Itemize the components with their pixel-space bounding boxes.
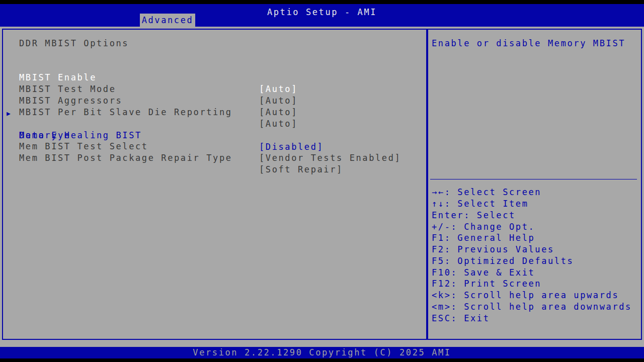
menu-item-value: [Soft Repair]	[259, 164, 343, 175]
menu-item-mbist-enable[interactable]: MBIST Enable [Auto]	[3, 60, 426, 72]
titlebar: Aptio Setup - AMI Advanced	[0, 4, 644, 27]
help-description: Enable or disable Memory MBIST	[432, 38, 635, 49]
menu-item-mbist-test-mode: MBIST Test Mode [Auto]	[3, 72, 426, 83]
help-panel-divider	[430, 179, 637, 179]
key-hint-enter-select: Enter: Select	[432, 210, 516, 221]
bios-setup-screen: Aptio Setup - AMI Advanced DDR MBIST Opt…	[0, 0, 644, 362]
main-area: DDR MBIST Options MBIST Enable [Auto] MB…	[0, 27, 644, 347]
app-title: Aptio Setup - AMI	[0, 7, 644, 18]
key-hint-scroll-up: <k>: Scroll help area upwards	[432, 290, 619, 301]
menu-item-label: Mem BIST Post Package Repair Type	[19, 152, 232, 164]
options-panel: DDR MBIST Options MBIST Enable [Auto] MB…	[2, 29, 427, 340]
menu-item-mem-bist-post-package-repair-type: Mem BIST Post Package Repair Type [Soft …	[3, 141, 426, 152]
version-bar: Version 2.22.1290 Copyright (C) 2025 AMI	[0, 347, 644, 358]
key-hint-previous-values: F2: Previous Values	[432, 244, 554, 255]
menu-item-value: [Vendor Tests Enabled]	[259, 152, 401, 164]
key-hint-print-screen: F12: Print Screen	[432, 278, 541, 290]
key-hint-scroll-down: <m>: Scroll help area downwards	[432, 301, 632, 313]
key-hint-select-item: ↑↓: Select Item	[432, 198, 529, 210]
help-panel: Enable or disable Memory MBIST →←: Selec…	[427, 29, 642, 340]
menu-item-mbist-per-bit-slave-die-reporting: MBIST Per Bit Slave Die Reporting [Auto]	[3, 95, 426, 107]
key-hint-esc-exit: ESC: Exit	[432, 313, 490, 324]
key-hint-save-exit: F10: Save & Exit	[432, 267, 535, 279]
menu-item-data-eye[interactable]: ▶ Data Eye	[3, 107, 426, 118]
key-hint-change-opt: +/-: Change Opt.	[432, 221, 535, 233]
version-text: Version 2.22.1290 Copyright (C) 2025 AMI	[193, 347, 451, 357]
menu-item-mem-bist-test-select: Mem BIST Test Select [Vendor Tests Enabl…	[3, 129, 426, 141]
tab-advanced[interactable]: Advanced	[140, 14, 195, 27]
key-hint-select-screen: →←: Select Screen	[432, 187, 541, 198]
key-hint-optimized-defaults: F5: Optimized Defaults	[432, 255, 574, 267]
menu-item-memory-healing-bist[interactable]: Memory Healing BIST [Disabled]	[3, 118, 426, 130]
menu-item-mbist-aggressors: MBIST Aggressors [Auto]	[3, 83, 426, 95]
submenu-arrow-icon: ▶	[7, 108, 11, 119]
key-hint-general-help: F1: General Help	[432, 232, 535, 244]
section-title: DDR MBIST Options	[19, 38, 129, 49]
